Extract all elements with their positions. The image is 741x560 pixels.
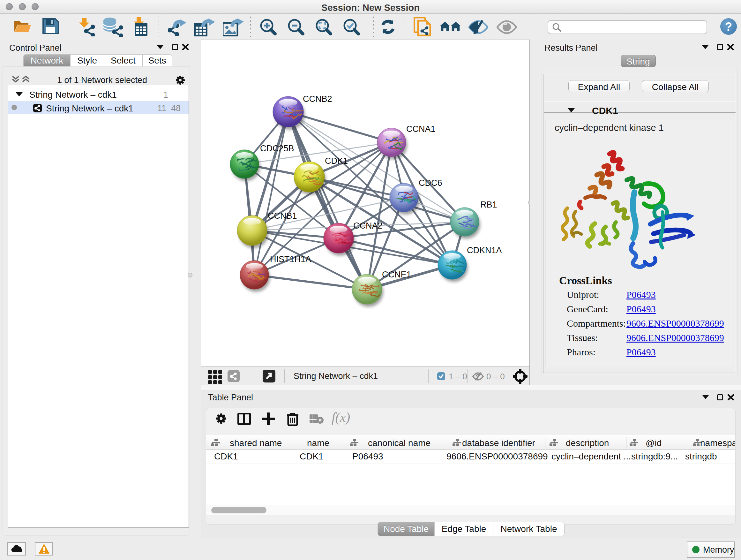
svg-text:CCNB1: CCNB1 (268, 211, 297, 221)
svg-text:CDKN1A: CDKN1A (467, 246, 502, 255)
svg-text:CCNA1: CCNA1 (406, 124, 435, 134)
svg-text:RB1: RB1 (480, 200, 497, 209)
svg-text:CDK1: CDK1 (325, 156, 348, 166)
svg-text:CDC6: CDC6 (419, 178, 442, 188)
svg-text:CDC25B: CDC25B (260, 144, 294, 153)
svg-text:HIST1H1A: HIST1H1A (270, 254, 311, 264)
svg-text:CCNE1: CCNE1 (382, 270, 411, 279)
svg-text:CCNB2: CCNB2 (303, 94, 332, 104)
svg-text:CCNA2: CCNA2 (353, 221, 383, 231)
